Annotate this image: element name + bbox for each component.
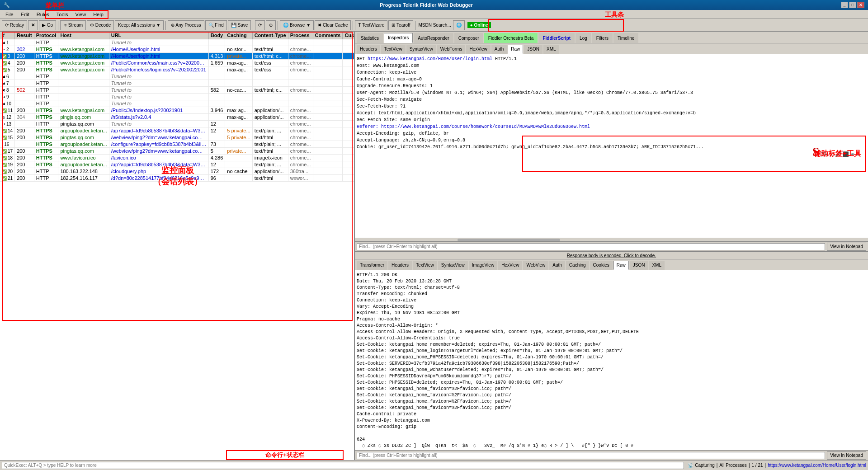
resp-tab-caching[interactable]: Caching [566, 261, 589, 270]
tearoff-button[interactable]: ⊞ Tearoff [388, 20, 413, 30]
table-row[interactable]: ✅4 200 HTTPS www.ketangpai.com /Public/C… [0, 60, 354, 66]
resp-tab-webview[interactable]: WebView [523, 261, 548, 270]
table-row[interactable]: ⇄7 HTTP Tunnel to [0, 80, 354, 87]
request-content[interactable]: GET https://www.ketangpai.com/Home/User/… [355, 54, 868, 238]
table-row[interactable]: ✅5 200 HTTPS www.ketangpai.com /Public/H… [0, 66, 354, 73]
cell-body: 3,946 [208, 107, 225, 114]
req-tab-raw[interactable]: Raw [508, 45, 523, 54]
response-header-bar[interactable]: Response body is encoded. Click to decod… [355, 252, 868, 259]
req-tab-headers[interactable]: Headers [357, 45, 380, 54]
tab-timeline[interactable]: Timeline [613, 33, 638, 43]
any-process-button[interactable]: ⊕ Any Process [168, 20, 204, 30]
table-row[interactable]: ⇄9 HTTP Tunnel to [0, 94, 354, 100]
cell-contenttype [252, 94, 288, 100]
req-line-11: Referer: https://www.ketangpai.com/Cours… [357, 124, 866, 130]
table-row[interactable]: ⇄10 HTTP Tunnel to [0, 100, 354, 107]
req-tab-syntaxview[interactable]: SyntaxView [406, 45, 436, 54]
table-row[interactable]: ⇄13 HTTP pingtas.qq.com Tunnel to 12 chr… [0, 121, 354, 127]
tab-filters[interactable]: Filters [592, 33, 613, 43]
cell-protocol: HTTPS [34, 134, 58, 141]
cell-host: www.ketangpai.com [58, 53, 109, 60]
req-tab-auth[interactable]: Auth [491, 45, 507, 54]
refresh-button[interactable]: ⟳ [255, 20, 265, 30]
tab-autoresponder[interactable]: AutoResponder [414, 33, 453, 43]
req-tab-hexview[interactable]: HexView [466, 45, 490, 54]
quickexec-input[interactable] [2, 462, 684, 469]
cell-contenttype: text/plain; ... [252, 161, 288, 168]
resp-tab-syntaxview[interactable]: SyntaxView [438, 261, 468, 270]
menu-view[interactable]: View [72, 11, 90, 18]
resp-tab-imageview[interactable]: ImageView [469, 261, 497, 270]
resp-tab-cookies[interactable]: Cookies [590, 261, 613, 270]
resp-tab-xml[interactable]: XML [649, 261, 665, 270]
browse-button[interactable]: 🌐 Browse ▼ [280, 20, 314, 30]
response-content[interactable]: HTTP/1.1 200 OK Date: Thu, 20 Feb 2020 1… [355, 270, 868, 450]
save-button[interactable]: 💾 Save [228, 20, 251, 30]
table-row[interactable]: ✅19 200 HTTPS argouploader.ketan... /up?… [0, 161, 354, 168]
tab-composer[interactable]: Composer [454, 33, 483, 43]
req-tab-xml[interactable]: XML [543, 45, 559, 54]
table-row[interactable]: ✅11 200 HTTPS www.ketangpai.com /Public/… [0, 107, 354, 114]
table-row[interactable]: ✅15 200 HTTPS pingtas.qq.com /webview/pi… [0, 134, 354, 141]
table-row[interactable]: ↩2 302 HTTPS www.ketangpai.com /Home/Use… [0, 46, 354, 53]
req-tab-webforms[interactable]: WebForms [437, 45, 466, 54]
request-scrollbar[interactable] [355, 238, 868, 241]
req-tab-textview[interactable]: TextView [381, 45, 406, 54]
view-in-notepad-bottom[interactable]: View in Notepad [827, 451, 866, 460]
tab-inspectors[interactable]: Inspectors [384, 33, 413, 43]
cell-result: 200 [15, 168, 34, 175]
tab-statistics[interactable]: Statistics [357, 33, 383, 43]
table-row[interactable]: ✅20 200 HTTP 180.163.222.148 /cloudquery… [0, 168, 354, 175]
menu-tools[interactable]: Tools [53, 11, 72, 18]
replay-button[interactable]: ⟳ Replay [2, 20, 27, 30]
find-button[interactable]: 🔍 Find [205, 20, 227, 30]
cell-num: ✅21 [0, 175, 15, 182]
x-button[interactable]: ✕ [28, 20, 38, 30]
tab-fiddler-orchestra[interactable]: Fiddler Orchestra Beta [484, 33, 538, 43]
resp-tab-json[interactable]: JSON [630, 261, 648, 270]
cell-result: 200 [15, 148, 34, 155]
keep-sessions-button[interactable]: Keep: All sessions ▼ [115, 20, 164, 30]
view-in-notepad-top[interactable]: View in Notepad [827, 243, 866, 251]
left-panel: # Result Protocol Host URL Body Caching … [0, 32, 355, 460]
req-tab-json[interactable]: JSON [524, 45, 542, 54]
table-row[interactable]: ✅3 200 HTTPS www.ketangpai.com /Home/Use… [0, 53, 354, 60]
go-button[interactable]: ▶ Go [39, 20, 56, 30]
tab-log[interactable]: Log [576, 33, 591, 43]
tab-fiddlerscript[interactable]: FiddlerScript [538, 33, 575, 43]
circle-button[interactable]: ⊙ [266, 20, 276, 30]
table-row[interactable]: ✖8 502 HTTP Tunnel to 582 no-cac... text… [0, 87, 354, 94]
req-scrollbar-thumb[interactable] [458, 239, 560, 241]
minimize-button[interactable]: _ [841, 2, 848, 8]
table-row[interactable]: ✅18 200 HTTPS www.favicon.ico /favicon.i… [0, 155, 354, 161]
resp-tab-raw[interactable]: Raw [613, 261, 629, 270]
table-row[interactable]: ✅14 200 HTTPS argouploader.ketan... /up7… [0, 127, 354, 134]
maximize-button[interactable]: □ [849, 2, 856, 8]
menu-rules[interactable]: Rules [33, 11, 53, 18]
menu-edit[interactable]: Edit [17, 11, 33, 18]
cell-process: chrome... [288, 66, 313, 73]
table-row[interactable]: ⇄6 HTTP Tunnel to [0, 73, 354, 80]
table-row[interactable]: ✅17 200 HTTPS pingtas.qq.com /webview/pi… [0, 148, 354, 155]
menu-file[interactable]: File [2, 11, 17, 18]
textwizard-button[interactable]: T TextWizard [355, 20, 387, 30]
msdn-go-button[interactable]: 🌐 [453, 20, 465, 30]
decode-button[interactable]: ⚙ Decode [87, 20, 114, 30]
resp-tab-transformer[interactable]: Transformer [357, 261, 387, 270]
table-row[interactable]: ⊙12 304 HTTPS pingjs.qq.com /h5/stats.js… [0, 114, 354, 121]
stream-button[interactable]: ≋ Stream [60, 20, 86, 30]
find-input-bottom[interactable] [357, 452, 825, 459]
menu-help[interactable]: Help [90, 11, 107, 18]
table-row[interactable]: •16 HTTPS argouploader.ketan... /configu… [0, 141, 354, 148]
table-row[interactable]: ⇄1 HTTP Tunnel to [0, 39, 354, 46]
session-table[interactable]: # Result Protocol Host URL Body Caching … [0, 32, 354, 460]
resp-tab-headers[interactable]: Headers [388, 261, 412, 270]
resp-tab-hexview[interactable]: HexView [498, 261, 522, 270]
find-input-top[interactable] [357, 243, 825, 250]
clear-cache-button[interactable]: ✖ Clear Cache [315, 20, 351, 30]
cell-protocol: HTTPS [34, 127, 58, 134]
close-button[interactable]: ✕ [857, 2, 864, 8]
resp-tab-auth[interactable]: Auth [549, 261, 565, 270]
resp-tab-textview[interactable]: TextView [413, 261, 437, 270]
table-row[interactable]: ✅21 200 HTTP 182.254.116.117 /d?dn=80c22… [0, 175, 354, 182]
